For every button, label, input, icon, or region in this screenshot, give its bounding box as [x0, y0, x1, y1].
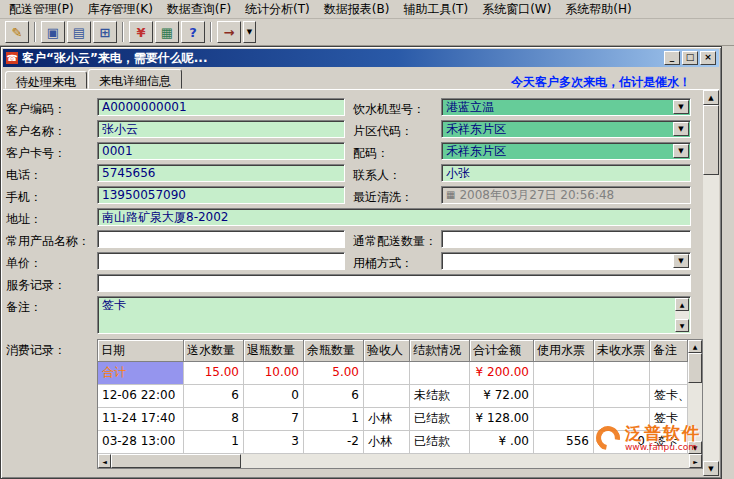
table-cell[interactable]: 12-06 22:00	[98, 385, 184, 408]
report-button[interactable]: ▦	[155, 21, 179, 43]
phone-input[interactable]: 5745656	[97, 164, 345, 182]
menu-item[interactable]: 辅助工具(T)	[396, 0, 475, 20]
menu-item[interactable]: 配送管理(P)	[2, 0, 81, 20]
dropdown-arrow-icon[interactable]: ▼	[673, 122, 689, 136]
customer-code-input[interactable]: A0000000001	[97, 98, 345, 116]
table-cell[interactable]: ¥ 200.00	[470, 362, 534, 385]
service-record-input[interactable]	[97, 274, 691, 292]
customer-card-input[interactable]: 0001	[97, 142, 345, 160]
common-product-input[interactable]	[97, 230, 345, 248]
exit-dropdown-arrow[interactable]: ▼	[243, 21, 256, 43]
table-row[interactable]: 合计15.0010.005.00¥ 200.00	[98, 362, 688, 385]
table-cell[interactable]	[364, 362, 410, 385]
menu-item[interactable]: 统计分析(T)	[238, 0, 317, 20]
address-input[interactable]: 南山路矿泉大厦8-2002	[97, 208, 691, 226]
scroll-down-icon[interactable]: ▼	[675, 319, 689, 332]
exit-button[interactable]: →	[217, 21, 241, 43]
column-header[interactable]: 退瓶数量	[244, 340, 304, 362]
scroll-down-button[interactable]: ▼	[703, 461, 719, 476]
delivery-qty-input[interactable]	[441, 230, 691, 248]
table-cell[interactable]: 1	[184, 431, 244, 454]
table-cell[interactable]: 7	[244, 408, 304, 431]
column-header[interactable]: 结款情况	[410, 340, 470, 362]
menu-item[interactable]: 系统窗口(W)	[475, 0, 558, 20]
table-cell[interactable]: 8	[184, 408, 244, 431]
table-cell[interactable]	[410, 362, 470, 385]
scroll-left-button[interactable]: ◄	[98, 454, 111, 468]
dropdown-arrow-icon[interactable]: ▼	[673, 100, 689, 114]
column-header[interactable]: 送水数量	[184, 340, 244, 362]
column-header[interactable]: 余瓶数量	[304, 340, 364, 362]
scroll-up-button[interactable]: ▲	[703, 90, 719, 105]
column-header[interactable]: 日期	[98, 340, 184, 362]
customer-name-input[interactable]: 张小云	[97, 120, 345, 138]
table-cell[interactable]: ¥ 128.00	[470, 408, 534, 431]
dropdown-arrow-icon[interactable]: ▼	[673, 144, 689, 158]
table-cell[interactable]: 1	[304, 408, 364, 431]
menu-item[interactable]: 数据查询(F)	[160, 0, 238, 20]
column-header[interactable]: 未收水票	[594, 340, 650, 362]
table-cell[interactable]	[650, 362, 688, 385]
scroll-up-icon[interactable]: ▲	[675, 298, 689, 311]
table-cell[interactable]	[534, 385, 594, 408]
table-cell[interactable]: 0	[244, 385, 304, 408]
table-cell[interactable]	[364, 385, 410, 408]
menu-item[interactable]: 库存管理(K)	[81, 0, 160, 20]
match-code-select[interactable]: 禾祥东片区 ▼	[441, 142, 691, 160]
preview-button[interactable]: ▤	[67, 21, 91, 43]
edit-button[interactable]: ✎	[5, 21, 29, 43]
scroll-up-button[interactable]: ▲	[688, 340, 702, 353]
table-cell[interactable]: 556	[534, 431, 594, 454]
table-cell[interactable]: 未结款	[410, 385, 470, 408]
dropdown-arrow-icon[interactable]: ▼	[673, 254, 689, 268]
table-cell[interactable]	[594, 362, 650, 385]
table-cell[interactable]: 签卡、	[650, 385, 688, 408]
table-cell[interactable]: ¥ 72.00	[470, 385, 534, 408]
notes-textarea[interactable]: 签卡 ▲ ▼	[97, 296, 691, 334]
tab-pending-calls[interactable]: 待处理来电	[5, 71, 87, 89]
table-row[interactable]: 12-06 22:00606未结款¥ 72.00签卡、	[98, 385, 688, 408]
contact-input[interactable]: 小张	[441, 164, 691, 182]
window-titlebar[interactable]: ☎ 客户“张小云”来电，需要什么呢... _ □ ×	[3, 49, 719, 67]
table-cell[interactable]	[534, 362, 594, 385]
scroll-thumb[interactable]	[688, 353, 702, 383]
table-cell[interactable]: 小林	[364, 431, 410, 454]
menu-item[interactable]: 系统帮助(H)	[558, 0, 638, 20]
mobile-input[interactable]: 13950057090	[97, 186, 345, 204]
minimize-button[interactable]: _	[664, 51, 680, 65]
table-cell[interactable]: 03-28 13:00	[98, 431, 184, 454]
column-header[interactable]: 使用水票	[534, 340, 594, 362]
district-code-select[interactable]: 禾祥东片区 ▼	[441, 120, 691, 138]
column-header[interactable]: 验收人	[364, 340, 410, 362]
table-cell[interactable]: 已结款	[410, 431, 470, 454]
table-cell[interactable]: ¥ .00	[470, 431, 534, 454]
table-cell[interactable]	[594, 385, 650, 408]
table-cell[interactable]: 合计	[98, 362, 184, 385]
save-button[interactable]: ▣	[41, 21, 65, 43]
scroll-thumb[interactable]	[703, 105, 719, 175]
table-cell[interactable]: -2	[304, 431, 364, 454]
bucket-mode-select[interactable]: ▼	[441, 252, 691, 270]
table-cell[interactable]: 6	[304, 385, 364, 408]
panel-vertical-scrollbar[interactable]: ▲ ▼	[703, 90, 719, 476]
table-cell[interactable]: 小林	[364, 408, 410, 431]
help-button[interactable]: ?	[181, 21, 205, 43]
last-clean-datetime-field[interactable]: ▦ 2008年03月27日 20:56:48	[441, 186, 691, 204]
unit-price-input[interactable]	[97, 252, 345, 270]
notes-scrollbar[interactable]: ▲ ▼	[675, 298, 689, 332]
table-cell[interactable]: 已结款	[410, 408, 470, 431]
table-horizontal-scrollbar[interactable]: ◄ ►	[98, 454, 702, 468]
tab-call-details[interactable]: 来电详细信息	[88, 69, 182, 89]
table-cell[interactable]: 5.00	[304, 362, 364, 385]
menu-item[interactable]: 数据报表(B)	[317, 0, 397, 20]
table-cell[interactable]: 3	[244, 431, 304, 454]
table-cell[interactable]: 15.00	[184, 362, 244, 385]
column-header[interactable]: 合计金额	[470, 340, 534, 362]
machine-model-select[interactable]: 港蓝立温 ▼	[441, 98, 691, 116]
copy-button[interactable]: ⊞	[93, 21, 117, 43]
maximize-button[interactable]: □	[682, 51, 698, 65]
billing-button[interactable]: ¥	[129, 21, 153, 43]
table-cell[interactable]: 11-24 17:40	[98, 408, 184, 431]
table-cell[interactable]	[534, 408, 594, 431]
scroll-thumb[interactable]	[111, 454, 241, 468]
